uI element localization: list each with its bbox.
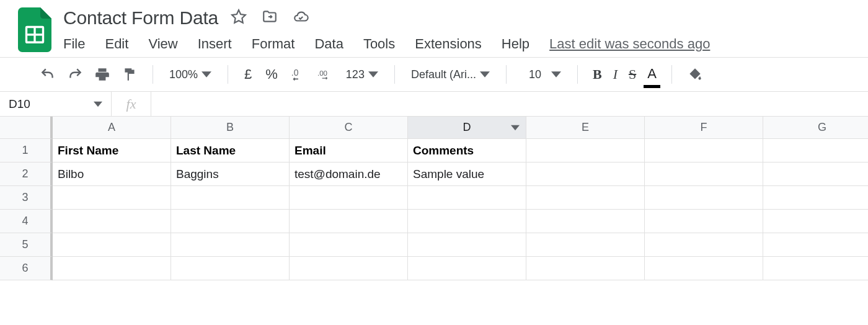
cell-D5[interactable] — [408, 233, 526, 257]
paint-format-button[interactable] — [119, 63, 140, 86]
cell-C5[interactable] — [290, 233, 408, 257]
chevron-down-icon — [202, 69, 211, 79]
chevron-down-icon — [480, 69, 490, 79]
text-color-button[interactable]: A — [645, 63, 659, 86]
cell-A5[interactable] — [53, 233, 171, 257]
name-box[interactable]: D10 — [0, 92, 112, 116]
header: Contact Form Data File Edit View Insert … — [0, 0, 868, 57]
cell-B1[interactable]: Last Name — [171, 139, 290, 162]
zoom-value: 100% — [169, 68, 198, 81]
menu-bar: File Edit View Insert Format Data Tools … — [63, 32, 868, 52]
col-header-E[interactable]: E — [526, 117, 645, 139]
cloud-status-icon[interactable] — [293, 9, 309, 27]
spreadsheet-grid[interactable]: A B C D E F G 1 First Name Last Name Ema… — [0, 117, 868, 280]
formula-bar: D10 fx — [0, 92, 868, 117]
cell-C3[interactable] — [290, 186, 408, 210]
cell-E2[interactable] — [526, 162, 645, 186]
column-menu-icon[interactable] — [508, 122, 522, 134]
row-header[interactable]: 4 — [0, 210, 53, 233]
cell-C1[interactable]: Email — [290, 139, 408, 162]
italic-button[interactable]: I — [611, 63, 620, 86]
cell-A4[interactable] — [53, 210, 171, 233]
cell-D2[interactable]: Sample value — [408, 162, 526, 186]
menu-insert[interactable]: Insert — [198, 36, 232, 52]
cell-F5[interactable] — [645, 233, 763, 257]
last-edit-link[interactable]: Last edit was seconds ago — [549, 36, 710, 52]
svg-text:.0: .0 — [291, 68, 299, 78]
row-header[interactable]: 1 — [0, 139, 53, 162]
cell-A1[interactable]: First Name — [53, 139, 171, 162]
menu-edit[interactable]: Edit — [105, 36, 128, 52]
cell-B3[interactable] — [171, 186, 290, 210]
cell-D3[interactable] — [408, 186, 526, 210]
cell-B6[interactable] — [171, 257, 290, 280]
menu-data[interactable]: Data — [314, 36, 343, 52]
cell-D6[interactable] — [408, 257, 526, 280]
menu-format[interactable]: Format — [252, 36, 295, 52]
menu-help[interactable]: Help — [502, 36, 529, 52]
menu-extensions[interactable]: Extensions — [415, 36, 482, 52]
strikethrough-button[interactable]: S — [626, 63, 639, 86]
fill-color-button[interactable] — [684, 63, 706, 86]
cell-E3[interactable] — [526, 186, 645, 210]
cell-C2[interactable]: test@domain.de — [290, 162, 408, 186]
bold-button[interactable]: B — [590, 63, 604, 86]
col-header-C[interactable]: C — [290, 117, 408, 139]
cell-C4[interactable] — [290, 210, 408, 233]
font-select[interactable]: Default (Ari... — [407, 68, 494, 81]
print-button[interactable] — [92, 63, 113, 86]
undo-button[interactable] — [37, 63, 58, 86]
font-size-select[interactable]: 10 — [519, 68, 565, 81]
sheets-logo-icon[interactable] — [17, 7, 52, 52]
cell-A3[interactable] — [53, 186, 171, 210]
fx-icon: fx — [112, 92, 151, 116]
cell-F6[interactable] — [645, 257, 763, 280]
more-formats-button[interactable]: 123 — [342, 68, 382, 81]
formula-input[interactable] — [151, 92, 868, 116]
redo-button[interactable] — [64, 63, 86, 86]
cell-E6[interactable] — [526, 257, 645, 280]
row-header[interactable]: 3 — [0, 186, 53, 210]
zoom-select[interactable]: 100% — [166, 68, 215, 81]
col-header-D[interactable]: D — [408, 117, 526, 139]
cell-G6[interactable] — [763, 257, 868, 280]
col-header-A[interactable]: A — [53, 117, 171, 139]
cell-G5[interactable] — [763, 233, 868, 257]
row-header[interactable]: 6 — [0, 257, 53, 280]
cell-G1[interactable] — [763, 139, 868, 162]
cell-A2[interactable]: Bilbo — [53, 162, 171, 186]
cell-B2[interactable]: Baggins — [171, 162, 290, 186]
col-header-B[interactable]: B — [171, 117, 290, 139]
cell-A6[interactable] — [53, 257, 171, 280]
cell-G3[interactable] — [763, 186, 868, 210]
select-all-corner[interactable] — [0, 117, 53, 139]
document-title[interactable]: Contact Form Data — [63, 7, 218, 29]
row-header[interactable]: 2 — [0, 162, 53, 186]
col-header-F[interactable]: F — [645, 117, 763, 139]
menu-view[interactable]: View — [148, 36, 177, 52]
cell-E1[interactable] — [526, 139, 645, 162]
cell-G4[interactable] — [763, 210, 868, 233]
col-header-G[interactable]: G — [763, 117, 868, 139]
cell-D4[interactable] — [408, 210, 526, 233]
menu-tools[interactable]: Tools — [363, 36, 395, 52]
move-to-folder-icon[interactable] — [262, 9, 278, 27]
cell-G2[interactable] — [763, 162, 868, 186]
cell-F1[interactable] — [645, 139, 763, 162]
increase-decimal-button[interactable]: .00 — [315, 63, 336, 86]
cell-F2[interactable] — [645, 162, 763, 186]
cell-D1[interactable]: Comments — [408, 139, 526, 162]
decrease-decimal-button[interactable]: .0 — [288, 63, 309, 86]
star-icon[interactable] — [231, 9, 247, 27]
cell-B5[interactable] — [171, 233, 290, 257]
menu-file[interactable]: File — [63, 36, 85, 52]
row-header[interactable]: 5 — [0, 233, 53, 257]
cell-B4[interactable] — [171, 210, 290, 233]
cell-F3[interactable] — [645, 186, 763, 210]
cell-E5[interactable] — [526, 233, 645, 257]
cell-F4[interactable] — [645, 210, 763, 233]
cell-C6[interactable] — [290, 257, 408, 280]
percent-button[interactable]: % — [262, 66, 281, 82]
cell-E4[interactable] — [526, 210, 645, 233]
currency-button[interactable]: £ — [241, 66, 255, 82]
